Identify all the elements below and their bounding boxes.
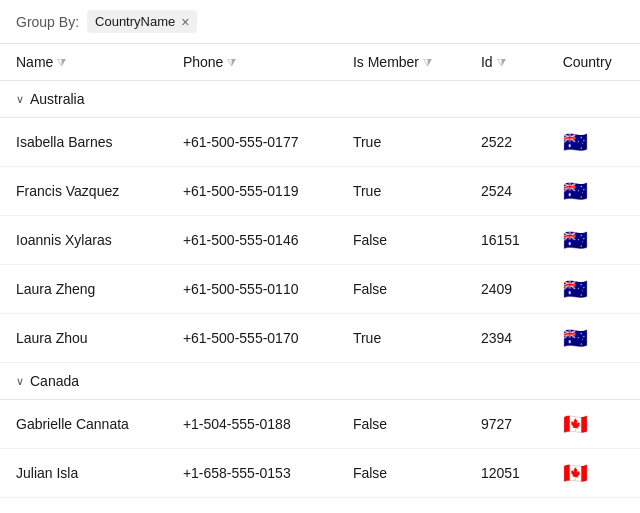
cell-is-member: True	[337, 314, 465, 363]
chevron-icon: ∨	[16, 93, 24, 106]
cell-id: 12070	[465, 498, 547, 514]
cell-is-member: False	[337, 265, 465, 314]
cell-is-member: True	[337, 498, 465, 514]
table-row: Francis Vazquez +61-500-555-0119 True 25…	[0, 167, 640, 216]
group-name-label: Australia	[30, 91, 84, 107]
table-row: Isabella Barnes +61-500-555-0177 True 25…	[0, 118, 640, 167]
cell-country-flag: 🇦🇺	[547, 265, 640, 314]
cell-phone: +61-500-555-0146	[167, 216, 337, 265]
cell-phone: +1-504-555-0188	[167, 400, 337, 449]
cell-is-member: True	[337, 167, 465, 216]
cell-name: Francis Vazquez	[0, 167, 167, 216]
col-header-country: Country	[547, 44, 640, 81]
chevron-icon: ∨	[16, 375, 24, 388]
table-row: Gabrielle Cannata +1-504-555-0188 False …	[0, 400, 640, 449]
data-table: Name ⧩ Phone ⧩ Is Member ⧩	[0, 44, 640, 513]
cell-country-flag: 🇦🇺	[547, 216, 640, 265]
cell-name: Julian Isla	[0, 449, 167, 498]
cell-name: Laura Zheng	[0, 265, 167, 314]
cell-id: 12051	[465, 449, 547, 498]
cell-is-member: False	[337, 216, 465, 265]
table-row: Petr Lazecky +1-726-555-0126 True 12070 …	[0, 498, 640, 514]
table-row: Laura Zheng +61-500-555-0110 False 2409 …	[0, 265, 640, 314]
cell-id: 16151	[465, 216, 547, 265]
is-member-filter-icon[interactable]: ⧩	[423, 56, 432, 69]
id-filter-icon[interactable]: ⧩	[497, 56, 506, 69]
name-filter-icon[interactable]: ⧩	[57, 56, 66, 69]
table-header-row: Name ⧩ Phone ⧩ Is Member ⧩	[0, 44, 640, 81]
cell-country-flag: 🇨🇦	[547, 449, 640, 498]
cell-name: Laura Zhou	[0, 314, 167, 363]
cell-name: Petr Lazecky	[0, 498, 167, 514]
group-by-label: Group By:	[16, 14, 79, 30]
cell-country-flag: 🇦🇺	[547, 118, 640, 167]
cell-id: 2524	[465, 167, 547, 216]
table-row: Ioannis Xylaras +61-500-555-0146 False 1…	[0, 216, 640, 265]
cell-name: Gabrielle Cannata	[0, 400, 167, 449]
col-header-phone: Phone ⧩	[167, 44, 337, 81]
cell-id: 2522	[465, 118, 547, 167]
cell-name: Ioannis Xylaras	[0, 216, 167, 265]
chip-close-icon[interactable]: ×	[181, 15, 189, 29]
col-header-id: Id ⧩	[465, 44, 547, 81]
col-header-name: Name ⧩	[0, 44, 167, 81]
cell-phone: +61-500-555-0119	[167, 167, 337, 216]
col-header-is-member: Is Member ⧩	[337, 44, 465, 81]
cell-name: Isabella Barnes	[0, 118, 167, 167]
toolbar: Group By: CountryName ×	[0, 0, 640, 44]
cell-id: 2409	[465, 265, 547, 314]
cell-id: 9727	[465, 400, 547, 449]
group-header-row[interactable]: ∨ Canada	[0, 363, 640, 400]
cell-phone: +61-500-555-0170	[167, 314, 337, 363]
group-by-chip[interactable]: CountryName ×	[87, 10, 197, 33]
cell-is-member: True	[337, 118, 465, 167]
table-row: Laura Zhou +61-500-555-0170 True 2394 🇦🇺	[0, 314, 640, 363]
cell-phone: +61-500-555-0110	[167, 265, 337, 314]
cell-id: 2394	[465, 314, 547, 363]
phone-filter-icon[interactable]: ⧩	[227, 56, 236, 69]
group-header-row[interactable]: ∨ Australia	[0, 81, 640, 118]
cell-country-flag: 🇨🇦	[547, 498, 640, 514]
cell-is-member: False	[337, 400, 465, 449]
cell-country-flag: 🇦🇺	[547, 167, 640, 216]
chip-label: CountryName	[95, 14, 175, 29]
cell-phone: +1-726-555-0126	[167, 498, 337, 514]
cell-country-flag: 🇦🇺	[547, 314, 640, 363]
cell-country-flag: 🇨🇦	[547, 400, 640, 449]
cell-is-member: False	[337, 449, 465, 498]
group-name-label: Canada	[30, 373, 79, 389]
table-row: Julian Isla +1-658-555-0153 False 12051 …	[0, 449, 640, 498]
cell-phone: +1-658-555-0153	[167, 449, 337, 498]
cell-phone: +61-500-555-0177	[167, 118, 337, 167]
table-container: Name ⧩ Phone ⧩ Is Member ⧩	[0, 44, 640, 513]
